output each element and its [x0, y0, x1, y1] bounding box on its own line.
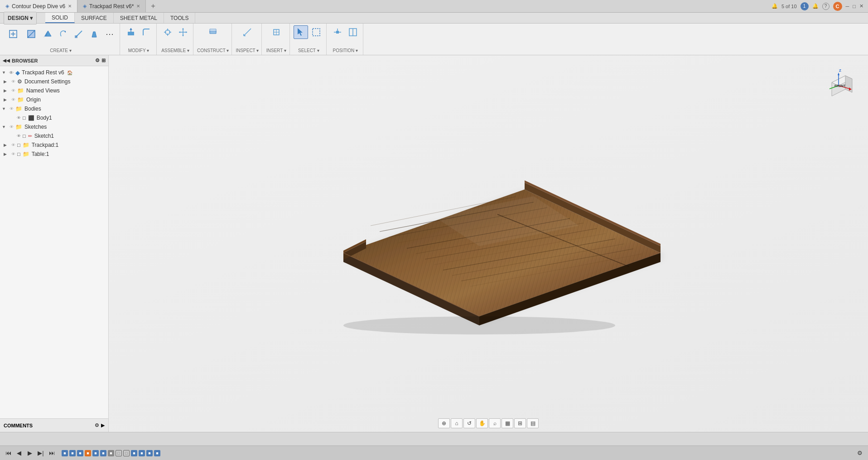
timeline-marker-5[interactable]: ■ [92, 450, 99, 456]
orbit-btn[interactable]: ↺ [463, 418, 475, 428]
measure-btn[interactable] [240, 25, 255, 39]
fillet-btn[interactable] [139, 25, 154, 39]
more-create-btn[interactable]: ⋯ [102, 27, 117, 41]
origin-eye[interactable]: 👁 [10, 97, 16, 103]
tree-item-sketches[interactable]: ▼ 👁 📁 Sketches [0, 122, 108, 131]
sidebar-expand-icon[interactable]: ⊞ [101, 58, 106, 63]
timeline-marker-8[interactable]: □ [116, 450, 122, 456]
timeline-play-btn[interactable]: ▶ [25, 449, 34, 458]
create-label[interactable]: CREATE ▾ [50, 47, 72, 53]
sketch1-eye[interactable]: 👁 [15, 133, 22, 139]
trackpad1-eye[interactable]: 👁 [10, 142, 16, 148]
root-eye[interactable]: 👁 [8, 69, 14, 76]
window-close[interactable]: ✕ [859, 3, 863, 9]
viewport-3d[interactable]: Z FRONT ⊕ ⌂ ↺ ✋ ⌕ ▦ ⊞ ▤ [109, 55, 868, 432]
tab-tools[interactable]: TOOLS [164, 13, 195, 23]
sidebar-settings-icon[interactable]: ⚙ [95, 58, 100, 63]
select-btn[interactable] [294, 25, 308, 39]
timeline-marker-7[interactable]: ■ [108, 450, 114, 456]
window-minimize[interactable]: ─ [846, 4, 849, 9]
timeline-marker-12[interactable]: ■ [146, 450, 153, 456]
pan-btn[interactable]: ✋ [476, 418, 488, 428]
doc-settings-expand[interactable]: ▶ [4, 79, 9, 84]
grid-btn[interactable]: ⊞ [514, 418, 526, 428]
doc-settings-eye[interactable]: 👁 [10, 78, 16, 85]
body1-eye[interactable]: 👁 [15, 115, 22, 121]
tree-item-body1[interactable]: ▶ 👁 □ ⬛ Body1 [0, 113, 108, 122]
modify-label[interactable]: MODIFY ▾ [128, 47, 149, 53]
display-settings-btn[interactable]: ▦ [502, 418, 513, 428]
viewport[interactable]: Z FRONT ⊕ ⌂ ↺ ✋ ⌕ ▦ ⊞ ▤ [109, 55, 868, 432]
tab-trackpad[interactable]: ◈ Trackpad Rest v6* ✕ [77, 0, 146, 12]
position-label[interactable]: POSITION ▾ [333, 47, 358, 53]
comments-expand-icon[interactable]: ▶ [101, 422, 105, 428]
user-icon[interactable]: 1 [800, 2, 809, 10]
timeline-marker-13[interactable]: ■ [154, 450, 160, 456]
press-pull-btn[interactable] [124, 25, 138, 39]
view-cube[interactable]: Z FRONT [823, 64, 859, 101]
tree-item-bodies[interactable]: ▼ 👁 📁 Bodies [0, 104, 108, 113]
sketches-eye[interactable]: 👁 [8, 124, 14, 130]
table1-eye[interactable]: 👁 [10, 151, 16, 157]
trackpad1-expand[interactable]: ▶ [4, 143, 9, 147]
timeline-marker-3[interactable]: ■ [77, 450, 83, 456]
tab-sheet-metal[interactable]: SHEET METAL [114, 13, 164, 23]
tree-item-sketch1[interactable]: ▶ 👁 □ ✏ Sketch1 [0, 131, 108, 140]
timeline-marker-10[interactable]: ■ [131, 450, 137, 456]
insert-mesh-btn[interactable] [269, 25, 284, 39]
assemble-label[interactable]: ASSEMBLE ▾ [161, 47, 189, 53]
timeline-next-btn[interactable]: ▶| [36, 449, 45, 458]
move-btn[interactable] [176, 25, 190, 39]
select-label[interactable]: SELECT ▾ [298, 47, 319, 53]
inspect-label[interactable]: INSPECT ▾ [236, 47, 259, 53]
comments-settings-icon[interactable]: ⚙ [95, 422, 99, 428]
timeline-marker-4[interactable]: ■ [85, 450, 91, 456]
tab-surface[interactable]: SURFACE [75, 13, 114, 23]
timeline-end-btn[interactable]: ⏭ [47, 449, 56, 458]
timeline-beginning-btn[interactable]: ⏮ [4, 449, 13, 458]
sweep-btn[interactable] [72, 27, 86, 41]
loft-btn[interactable] [87, 27, 101, 41]
tab-new-button[interactable]: ＋ [146, 1, 160, 11]
named-views-eye[interactable]: 👁 [10, 87, 16, 94]
create-new-component-btn[interactable] [5, 25, 22, 43]
tree-item-trackpad1[interactable]: ▶ 👁 □ 📁 Trackpad:1 [0, 140, 108, 150]
tree-item-origin[interactable]: ▶ 👁 📁 Origin [0, 95, 108, 104]
joint-btn[interactable] [160, 25, 175, 39]
root-home-icon[interactable]: 🏠 [67, 70, 72, 75]
tree-item-named-views[interactable]: ▶ 👁 📁 Named Views [0, 86, 108, 95]
named-views-expand[interactable]: ▶ [4, 88, 9, 93]
timeline-marker-11[interactable]: ■ [139, 450, 145, 456]
bodies-eye[interactable]: 👁 [8, 106, 14, 112]
design-dropdown[interactable]: DESIGN ▾ [4, 12, 37, 24]
timeline-marker-1[interactable]: ■ [62, 450, 68, 456]
zoom-btn[interactable]: ⌕ [489, 418, 501, 428]
bell-icon[interactable]: 🔔 [812, 3, 819, 9]
help-icon[interactable]: ? [822, 3, 829, 10]
window-select-btn[interactable] [309, 25, 323, 39]
sketches-expand[interactable]: ▼ [2, 125, 7, 129]
timeline-marker-2[interactable]: ■ [69, 450, 76, 456]
sidebar-collapse-icon[interactable]: ◀◀ [3, 58, 10, 63]
tab-contour[interactable]: ◈ Contour Deep Dive v6 ✕ [0, 0, 77, 12]
tree-root-item[interactable]: ▼ 👁 ◆ Trackpad Rest v6 🏠 [0, 68, 108, 77]
insert-label[interactable]: INSERT ▾ [266, 47, 286, 53]
origin-expand[interactable]: ▶ [4, 97, 9, 102]
tree-item-table1[interactable]: ▶ 👁 □ 📁 Table:1 [0, 150, 108, 159]
root-expand[interactable]: ▼ [2, 70, 7, 75]
tab-close-contour[interactable]: ✕ [68, 4, 72, 9]
position-more-btn[interactable] [346, 25, 360, 39]
create-sketch-btn[interactable] [23, 25, 40, 43]
notification-icon[interactable]: 🔔 [772, 3, 778, 9]
revolve-btn[interactable] [56, 27, 71, 41]
fit-view-btn[interactable]: ⊕ [438, 418, 450, 428]
bodies-expand[interactable]: ▼ [2, 107, 7, 111]
construct-label[interactable]: CONSTRUCT ▾ [197, 47, 229, 53]
tab-close-trackpad[interactable]: ✕ [136, 4, 140, 9]
table1-expand[interactable]: ▶ [4, 152, 9, 156]
timeline-settings-btn[interactable]: ⚙ [855, 449, 864, 458]
extrude-btn[interactable] [41, 27, 55, 41]
tree-item-doc-settings[interactable]: ▶ 👁 ⚙ Document Settings [0, 77, 108, 86]
tab-solid[interactable]: SOLID [45, 13, 75, 23]
user-avatar[interactable]: C [833, 2, 842, 11]
